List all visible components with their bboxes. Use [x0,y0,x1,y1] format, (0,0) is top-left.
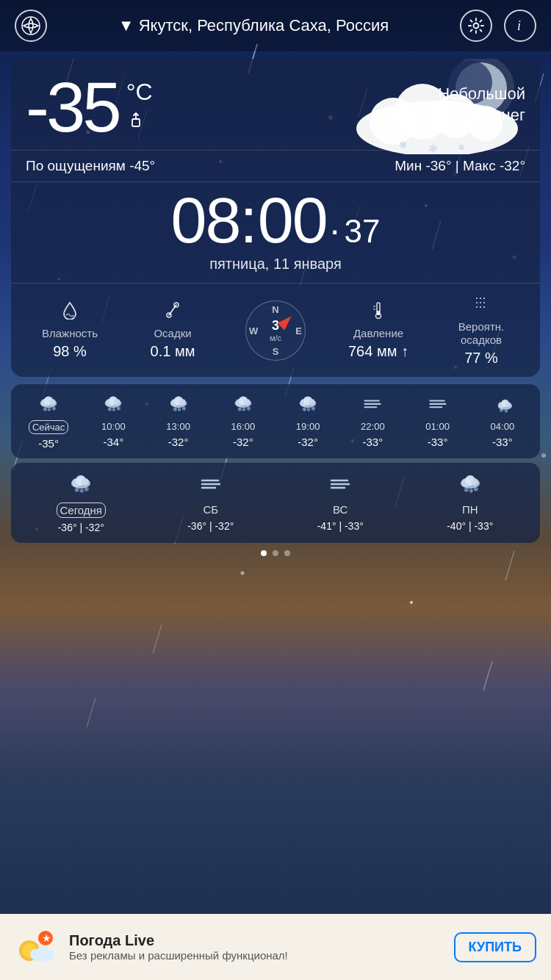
hourly-item: ❄ ❄ ❄ 13:00 -32° [147,393,210,450]
svg-point-95 [244,399,251,406]
hour-icon: ❄ ❄ [492,393,513,417]
location-label[interactable]: ▼ Якутск, Республика Саха, Россия [47,16,460,35]
svg-rect-53 [132,119,140,126]
page-dot-1 [261,550,267,556]
hour-temp: -35° [38,437,59,450]
pressure-label: Давление [353,327,403,340]
settings-button[interactable] [460,10,492,42]
daily-forecast: ❄ ❄ ❄ Сегодня -36° | -32° СБ -36° | -32°… [11,463,540,543]
header: ▼ Якутск, Республика Саха, Россия i [0,0,551,51]
hour-time: Сейчас [29,420,68,434]
app-logo[interactable] [15,10,47,42]
hour-icon: ❄ ❄ ❄ [38,393,59,417]
share-icon[interactable] [126,110,145,134]
svg-point-134 [471,478,478,486]
humidity-stat: Влажность 98 % [18,300,121,360]
svg-point-115 [505,402,511,407]
daily-item: СБ -36° | -32° [147,472,276,534]
weather-stats-row: Влажность 98 % Осадки 0.1 мм N S W [11,283,540,377]
precipitation-stat: Осадки 0.1 мм [121,300,224,360]
hourly-item: 01:00 -33° [406,393,469,450]
svg-text:❄: ❄ [245,406,251,412]
svg-point-102 [309,399,315,406]
precipitation-icon [163,300,182,324]
date-display: пятница, 11 января [11,256,540,283]
hourly-item: ❄ ❄ ❄ 10:00 -34° [82,393,145,450]
pressure-value: 764 мм ↑ [348,343,408,360]
clock-seconds: 37 [345,213,381,250]
svg-point-40 [474,24,479,29]
daily-item: ❄ ❄ ❄ ПН -40° | -33° [406,472,535,534]
hour-temp: -34° [104,436,124,448]
hour-time: 19:00 [293,420,323,433]
precip-prob-value: 77 % [464,350,498,367]
daily-temps: -40° | -33° [447,519,493,533]
buy-button[interactable]: КУПИТЬ [454,932,536,962]
svg-text:❄: ❄ [84,486,90,493]
hourly-item: ❄ ❄ ❄ 19:00 -32° [276,393,339,450]
precipitation-label: Осадки [154,327,191,340]
clock-separator: : [240,188,257,253]
svg-marker-56 [277,312,295,330]
svg-rect-59 [377,311,380,315]
hour-temp: -32° [233,436,253,448]
humidity-label: Влажность [42,327,98,340]
hour-temp: -33° [363,436,383,448]
info-button[interactable]: i [504,10,536,42]
header-actions: i [460,10,536,42]
daily-day: Сегодня [57,502,107,518]
clock-dot: · [330,209,340,251]
daily-day: ВС [330,502,350,516]
hour-icon: ❄ ❄ ❄ [233,393,253,417]
daily-day: ПН [459,502,481,516]
clock-minutes: 00 [258,188,327,253]
page-dot-3 [284,550,290,556]
daily-icon [199,472,223,500]
hour-icon: ❄ ❄ ❄ [168,393,189,417]
hour-time: 22:00 [358,420,388,433]
temperature-display: -35 °C [26,72,153,143]
precip-prob-stat: Вероятн. осадков 77 % [430,294,533,367]
daily-temps: -36° | -32° [58,521,104,534]
hour-temp: -33° [428,436,448,448]
hour-time: 10:00 [98,420,129,433]
promo-subtitle: Без рекламы и расширенный функционал! [69,949,454,962]
weather-condition: Небольшойснег [408,78,525,126]
svg-text:❄: ❄ [499,407,504,414]
humidity-icon [60,300,79,324]
hour-time: 04:00 [488,420,518,433]
svg-point-121 [82,478,89,486]
hour-icon: ❄ ❄ ❄ [298,393,318,417]
svg-point-81 [114,399,120,406]
svg-text:❄: ❄ [504,408,508,414]
clock-row: 08 : 00 · 37 [11,182,540,256]
clock-hours: 08 [170,188,240,253]
hour-temp: -32° [298,436,318,448]
svg-text:❄: ❄ [458,143,465,153]
precipitation-value: 0.1 мм [151,343,195,360]
hour-temp: -32° [168,436,189,448]
hour-icon: ❄ ❄ ❄ [103,393,123,417]
main-weather-card: ❄ ❄ ❄ -35 °C Небольшойснег [11,59,540,377]
promo-banner: ★ Погода Live Без рекламы и расширенный … [0,914,551,980]
hourly-item: ❄ ❄ 04:00 -33° [471,393,534,450]
hourly-item: 22:00 -33° [341,393,404,450]
feels-like-row: По ощущениям -45° Мин -36° | Макс -32° [11,151,540,182]
feels-like-label: По ощущениям -45° [26,158,155,174]
promo-title: Погода Live [69,932,454,949]
hourly-item: ❄ ❄ ❄ 16:00 -32° [212,393,275,450]
page-dot-2 [273,550,278,556]
svg-point-39 [22,17,40,35]
hour-temp: -33° [492,436,513,448]
svg-point-88 [179,399,186,406]
hour-time: 13:00 [163,420,193,433]
hour-icon [362,393,383,417]
daily-temps: -36° | -32° [187,519,234,533]
pressure-icon [369,300,388,324]
hour-time: 16:00 [228,420,259,433]
svg-text:❄: ❄ [51,406,57,412]
svg-point-145 [46,950,54,959]
hourly-forecast: ❄ ❄ ❄ Сейчас -35° ❄ ❄ ❄ 10:00 -34° ❄ ❄ ❄… [11,384,540,458]
svg-text:❄: ❄ [116,406,121,412]
precip-prob-label: Вероятн. осадков [458,320,504,347]
